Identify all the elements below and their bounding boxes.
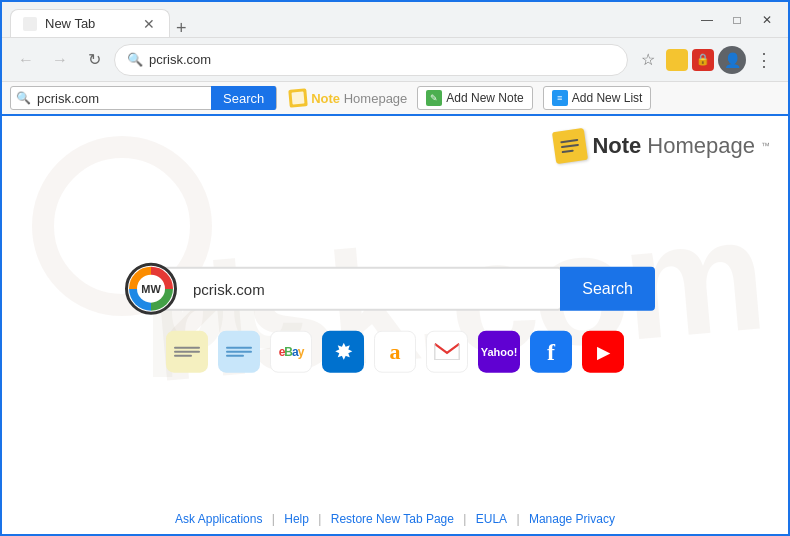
reload-button[interactable]: ↻: [80, 46, 108, 74]
ebay-icon: eBay: [270, 331, 312, 373]
add-list-label: Add New List: [572, 91, 643, 105]
minimize-button[interactable]: —: [694, 10, 720, 30]
note-homepage-logo: Note Homepage ™: [554, 130, 770, 162]
quick-link-notes-list[interactable]: [218, 331, 260, 373]
mw-center-text: MW: [137, 275, 165, 303]
nh-homepage-text: Homepage: [647, 133, 755, 159]
address-input[interactable]: [149, 52, 615, 67]
main-search-input[interactable]: [135, 267, 562, 311]
nh-tm: ™: [761, 141, 770, 151]
quick-link-gmail[interactable]: [426, 331, 468, 373]
help-link[interactable]: Help: [284, 512, 309, 526]
ext-search-icon: 🔍: [11, 86, 31, 110]
ext-search-wrap: 🔍 Search: [10, 86, 277, 110]
gmail-icon: [426, 331, 468, 373]
address-bar-input-wrap: 🔍: [114, 44, 628, 76]
eula-link[interactable]: EULA: [476, 512, 507, 526]
tab-favicon: [23, 17, 37, 31]
tab-strip: New Tab ✕ +: [10, 2, 680, 37]
address-right-icons: ☆ 🔒 👤 ⋮: [634, 46, 778, 74]
close-button[interactable]: ✕: [754, 10, 780, 30]
mw-logo: MW: [125, 263, 177, 315]
facebook-icon: f: [530, 331, 572, 373]
add-note-button[interactable]: ✎ Add New Note: [417, 86, 532, 110]
quick-link-ebay[interactable]: eBay: [270, 331, 312, 373]
mw-ring: MW: [129, 267, 173, 311]
note-homepage-icon: [552, 128, 588, 164]
address-bar: ← → ↻ 🔍 ☆ 🔒 👤 ⋮: [2, 38, 788, 82]
add-note-icon: ✎: [426, 90, 442, 106]
quick-link-walmart[interactable]: ✸: [322, 331, 364, 373]
window-controls: — □ ✕: [694, 10, 780, 30]
new-tab-button[interactable]: +: [170, 19, 193, 37]
manage-privacy-link[interactable]: Manage Privacy: [529, 512, 615, 526]
tab-close-btn[interactable]: ✕: [141, 16, 157, 32]
footer-sep-2: |: [318, 512, 321, 526]
quick-link-yahoo[interactable]: Yahoo!: [478, 331, 520, 373]
search-section: MW Search: [135, 267, 655, 373]
add-list-button[interactable]: ≡ Add New List: [543, 86, 652, 110]
active-tab[interactable]: New Tab ✕: [10, 9, 170, 37]
footer: Ask Applications | Help | Restore New Ta…: [2, 512, 788, 526]
note-icon-small: [288, 88, 308, 108]
amazon-icon: a: [374, 331, 416, 373]
walmart-icon: ✸: [322, 331, 364, 373]
quick-link-facebook[interactable]: f: [530, 331, 572, 373]
footer-sep-3: |: [463, 512, 466, 526]
youtube-icon: ▶: [582, 331, 624, 373]
add-list-icon: ≡: [552, 90, 568, 106]
nh-note-text: Note: [592, 133, 641, 159]
extension-yellow-icon[interactable]: [666, 49, 688, 71]
maximize-button[interactable]: □: [724, 10, 750, 30]
ask-applications-link[interactable]: Ask Applications: [175, 512, 262, 526]
note-lines: [556, 134, 585, 157]
quick-link-amazon[interactable]: a: [374, 331, 416, 373]
notes-list-icon: [218, 331, 260, 373]
footer-sep-1: |: [272, 512, 275, 526]
chrome-menu-button[interactable]: ⋮: [750, 46, 778, 74]
restore-new-tab-link[interactable]: Restore New Tab Page: [331, 512, 454, 526]
quick-link-notes[interactable]: [166, 331, 208, 373]
forward-button[interactable]: →: [46, 46, 74, 74]
main-content: risk.com pc Note Homepage ™: [2, 116, 788, 534]
ext-search-button[interactable]: Search: [211, 86, 276, 110]
search-row: MW Search: [135, 267, 655, 311]
quick-links: eBay ✸ a: [166, 331, 624, 373]
title-bar: New Tab ✕ + — □ ✕: [2, 2, 788, 38]
quick-link-youtube[interactable]: ▶: [582, 331, 624, 373]
add-note-label: Add New Note: [446, 91, 523, 105]
profile-button[interactable]: 👤: [718, 46, 746, 74]
ext-bar-note-label: Note Homepage: [311, 91, 407, 106]
ext-bar-logo: Note Homepage: [289, 89, 407, 107]
footer-sep-4: |: [516, 512, 519, 526]
bookmark-button[interactable]: ☆: [634, 46, 662, 74]
yahoo-icon: Yahoo!: [478, 331, 520, 373]
extension-red-icon[interactable]: 🔒: [692, 49, 714, 71]
browser-window: New Tab ✕ + — □ ✕ ← → ↻ 🔍 ☆ 🔒 👤 ⋮ 🔍: [0, 0, 790, 536]
extension-bar: 🔍 Search Note Homepage ✎ Add New Note ≡ …: [2, 82, 788, 116]
tab-title: New Tab: [45, 16, 95, 31]
ext-search-input[interactable]: [31, 87, 211, 109]
main-search-button[interactable]: Search: [560, 267, 655, 311]
notes-icon: [166, 331, 208, 373]
back-button[interactable]: ←: [12, 46, 40, 74]
search-icon: 🔍: [127, 52, 143, 67]
